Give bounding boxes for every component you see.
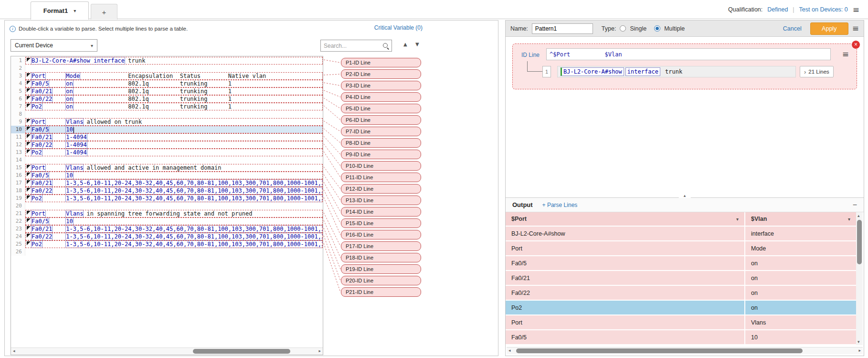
variable-token[interactable]: Fa0/5 (32, 172, 49, 179)
test-on-devices-link[interactable]: Test on Devices: 0 (799, 6, 848, 13)
column-header-vlan[interactable]: $Vlan ▾ (745, 212, 856, 227)
id-line-badge[interactable]: P15-ID Line (341, 218, 421, 228)
id-line-badge[interactable]: P10-ID Line (341, 161, 421, 171)
pattern-matched-line[interactable]: BJ-L2-Core-A#showinterface trunk (557, 66, 796, 77)
parse-marker-icon[interactable] (27, 142, 31, 146)
code-line-2[interactable]: 2 (11, 65, 323, 72)
id-line-badge[interactable]: P17-ID Line (341, 241, 421, 251)
variable-token[interactable]: Fa0/21 (32, 134, 52, 141)
id-line-badge[interactable]: P4-ID Line (341, 92, 421, 102)
code-line-22[interactable]: 22Fa0/5 10 (11, 217, 323, 225)
output-row[interactable]: PortVlans (506, 315, 856, 330)
parse-marker-icon[interactable] (27, 241, 31, 245)
code-line-11[interactable]: 11Fa0/21 1-4094 (11, 133, 323, 141)
scrollbar-thumb[interactable] (193, 349, 290, 354)
close-icon[interactable]: × (851, 40, 860, 49)
code-line-19[interactable]: 19Po2 1-3,5-6,10-11,20-24,30-32,40,45,60… (11, 195, 323, 202)
variable-token[interactable]: 10 (66, 126, 73, 133)
variable-token[interactable]: 1-3,5-6,10-11,20-24,30-32,40,45,60,70,80… (66, 226, 323, 232)
variable-token[interactable]: Po2 (32, 241, 42, 248)
variable-token[interactable]: Fa0/21 (32, 180, 52, 186)
critical-variable-link[interactable]: Critical Variable (0) (374, 24, 423, 31)
parse-marker-icon[interactable] (27, 81, 31, 85)
variable-token[interactable]: Fa0/21 (32, 88, 52, 95)
variable-token[interactable]: Fa0/5 (32, 80, 49, 87)
variable-token[interactable]: on (66, 80, 73, 87)
id-line-badge[interactable]: P9-ID Line (341, 150, 421, 159)
variable-token[interactable]: on (66, 103, 73, 110)
parse-marker-icon[interactable] (27, 195, 31, 199)
variable-token[interactable]: Vlans (66, 119, 83, 125)
variable-token[interactable]: Fa0/22 (32, 96, 52, 102)
variable-token[interactable]: Po2 (32, 149, 42, 156)
parse-marker-icon[interactable] (27, 188, 31, 192)
code-line-18[interactable]: 18Fa0/22 1-3,5-6,10-11,20-24,30-32,40,45… (11, 187, 323, 195)
id-line-badge[interactable]: P13-ID Line (341, 195, 421, 205)
code-line-17[interactable]: 17Fa0/21 1-3,5-6,10-11,20-24,30-32,40,45… (11, 179, 323, 187)
parse-marker-icon[interactable] (27, 96, 31, 100)
device-select[interactable]: Current Device ▾ (11, 39, 97, 52)
radio-single[interactable] (620, 25, 626, 32)
id-line-badge[interactable]: P21-ID Line (341, 287, 421, 297)
variable-token[interactable]: on (66, 88, 73, 95)
code-line-21[interactable]: 21Port Vlans in spanning tree forwarding… (11, 210, 323, 217)
variable-token[interactable]: Fa0/22 (32, 233, 52, 240)
variable-token[interactable]: Port (32, 119, 45, 125)
variable-token[interactable]: Mode (66, 73, 80, 79)
variable-token[interactable]: 1-4094 (66, 149, 86, 156)
variable-token[interactable]: Fa0/22 (32, 187, 52, 194)
pattern-token[interactable]: BJ-L2-Core-A#show (561, 67, 624, 76)
output-row[interactable]: Po2on (506, 301, 856, 315)
parse-marker-icon[interactable] (27, 226, 31, 230)
variable-token[interactable]: Port (32, 164, 45, 171)
scroll-right-icon[interactable]: ▸ (858, 348, 861, 353)
code-line-24[interactable]: 24Fa0/22 1-3,5-6,10-11,20-24,30-32,40,45… (11, 233, 323, 240)
code-line-15[interactable]: 15Port Vlans allowed and active in manag… (11, 164, 323, 172)
variable-token[interactable]: Fa0/22 (32, 141, 52, 148)
output-row[interactable]: Fa0/510 (506, 330, 856, 345)
id-line-input[interactable] (546, 48, 831, 60)
scrollbar-thumb[interactable] (516, 348, 803, 353)
scroll-left-icon[interactable]: ◂ (508, 348, 511, 353)
code-line-16[interactable]: 16Fa0/5 10 (11, 172, 323, 179)
id-line-menu-icon[interactable]: ≡ (842, 50, 849, 58)
id-line-badge[interactable]: P1-ID Line (341, 58, 421, 67)
variable-token[interactable]: 1-3,5-6,10-11,20-24,30-32,40,45,60,70,80… (66, 241, 323, 248)
pattern-name-input[interactable] (532, 23, 593, 34)
code-line-26[interactable]: 26 (11, 248, 323, 256)
code-line-10[interactable]: 10Fa0/5 10 (11, 126, 323, 133)
variable-token[interactable]: BJ-L2-Core-A#show interface (32, 57, 125, 64)
scroll-left-icon[interactable]: ◂ (13, 348, 15, 353)
variable-token[interactable]: 1-3,5-6,10-11,20-24,30-32,40,45,60,70,80… (66, 187, 323, 194)
output-row[interactable]: Fa0/22on (506, 286, 856, 301)
parse-marker-icon[interactable] (27, 104, 31, 108)
variable-token[interactable]: Fa0/5 (32, 126, 49, 133)
code-line-8[interactable]: 8 (11, 110, 323, 118)
code-line-9[interactable]: 9Port Vlans allowed on trunk (11, 118, 323, 126)
scroll-down-icon[interactable]: ▾ (857, 339, 860, 344)
code-line-25[interactable]: 25Po2 1-3,5-6,10-11,20-24,30-32,40,45,60… (11, 240, 323, 248)
id-line-badge[interactable]: P8-ID Line (341, 138, 421, 148)
tab-format1[interactable]: Format1 ▾ (31, 1, 89, 20)
variable-token[interactable]: 1-3,5-6,10-11,20-24,30-32,40,45,60,70,80… (66, 233, 323, 240)
id-line-badge[interactable]: P7-ID Line (341, 127, 421, 136)
id-line-badge[interactable]: P2-ID Line (341, 69, 421, 79)
variable-token[interactable]: 1-4094 (66, 141, 86, 148)
output-horizontal-scrollbar[interactable]: ◂ ▸ (507, 347, 863, 354)
code-line-20[interactable]: 20 (11, 202, 323, 210)
code-line-14[interactable]: 14 (11, 156, 323, 164)
id-line-badge[interactable]: P12-ID Line (341, 184, 421, 194)
code-line-12[interactable]: 12Fa0/22 1-4094 (11, 141, 323, 149)
cancel-button[interactable]: Cancel (783, 25, 802, 32)
search-icon[interactable] (382, 42, 390, 50)
scroll-up-icon[interactable]: ▴ (857, 213, 860, 218)
scrollbar-thumb[interactable] (857, 220, 862, 264)
id-line-badge[interactable]: P6-ID Line (341, 115, 421, 125)
search-prev-button[interactable]: ▲ (403, 42, 407, 47)
id-line-badge[interactable]: P11-ID Line (341, 173, 421, 182)
output-row[interactable]: PortMode (506, 241, 856, 256)
parse-marker-icon[interactable] (27, 180, 31, 184)
variable-token[interactable]: Port (32, 210, 45, 217)
parse-marker-icon[interactable] (27, 88, 31, 92)
qualification-defined-link[interactable]: Defined (767, 6, 788, 13)
